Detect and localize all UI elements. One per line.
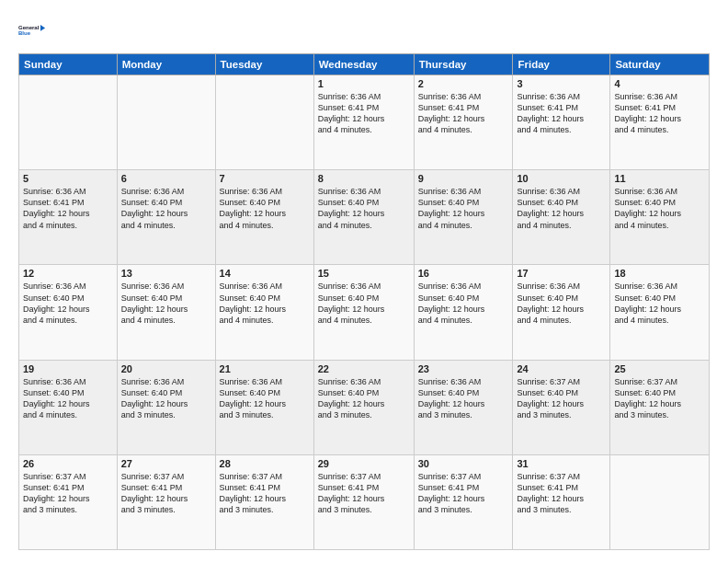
day-cell: 12Sunrise: 6:36 AM Sunset: 6:40 PM Dayli… xyxy=(19,265,118,360)
day-info: Sunrise: 6:37 AM Sunset: 6:40 PM Dayligh… xyxy=(517,376,606,421)
day-info: Sunrise: 6:37 AM Sunset: 6:41 PM Dayligh… xyxy=(318,471,410,516)
day-cell: 27Sunrise: 6:37 AM Sunset: 6:41 PM Dayli… xyxy=(117,454,215,549)
day-info: Sunrise: 6:37 AM Sunset: 6:40 PM Dayligh… xyxy=(614,376,705,421)
day-cell: 1Sunrise: 6:36 AM Sunset: 6:41 PM Daylig… xyxy=(313,75,414,170)
weekday-friday: Friday xyxy=(513,54,610,75)
week-row-4: 19Sunrise: 6:36 AM Sunset: 6:40 PM Dayli… xyxy=(19,360,710,454)
day-info: Sunrise: 6:36 AM Sunset: 6:40 PM Dayligh… xyxy=(121,376,211,421)
day-number: 29 xyxy=(318,458,410,469)
day-info: Sunrise: 6:36 AM Sunset: 6:40 PM Dayligh… xyxy=(220,186,310,231)
day-number: 14 xyxy=(220,268,310,279)
day-number: 2 xyxy=(418,78,509,89)
day-info: Sunrise: 6:37 AM Sunset: 6:41 PM Dayligh… xyxy=(121,471,211,516)
day-number: 24 xyxy=(517,363,606,374)
day-info: Sunrise: 6:36 AM Sunset: 6:40 PM Dayligh… xyxy=(23,376,113,421)
day-cell: 13Sunrise: 6:36 AM Sunset: 6:40 PM Dayli… xyxy=(117,265,215,360)
day-number: 17 xyxy=(517,268,606,279)
day-number: 25 xyxy=(614,363,705,374)
logo-icon: GeneralBlue xyxy=(18,17,46,44)
day-cell: 3Sunrise: 6:36 AM Sunset: 6:41 PM Daylig… xyxy=(513,75,610,170)
day-info: Sunrise: 6:36 AM Sunset: 6:40 PM Dayligh… xyxy=(318,186,410,231)
day-cell: 29Sunrise: 6:37 AM Sunset: 6:41 PM Dayli… xyxy=(313,454,414,549)
day-info: Sunrise: 6:36 AM Sunset: 6:40 PM Dayligh… xyxy=(318,376,410,421)
svg-text:General: General xyxy=(18,25,40,30)
day-number: 20 xyxy=(121,363,211,374)
day-cell: 2Sunrise: 6:36 AM Sunset: 6:41 PM Daylig… xyxy=(414,75,513,170)
day-info: Sunrise: 6:37 AM Sunset: 6:41 PM Dayligh… xyxy=(517,471,606,516)
day-cell xyxy=(117,75,215,170)
day-info: Sunrise: 6:36 AM Sunset: 6:41 PM Dayligh… xyxy=(418,91,509,136)
day-info: Sunrise: 6:37 AM Sunset: 6:41 PM Dayligh… xyxy=(23,471,113,516)
day-number: 31 xyxy=(517,458,606,469)
week-row-2: 5Sunrise: 6:36 AM Sunset: 6:41 PM Daylig… xyxy=(19,170,710,265)
day-number: 6 xyxy=(121,173,211,184)
day-number: 19 xyxy=(23,363,113,374)
day-cell: 25Sunrise: 6:37 AM Sunset: 6:40 PM Dayli… xyxy=(610,360,710,454)
day-info: Sunrise: 6:36 AM Sunset: 6:41 PM Dayligh… xyxy=(517,91,606,136)
week-row-1: 1Sunrise: 6:36 AM Sunset: 6:41 PM Daylig… xyxy=(19,75,710,170)
weekday-sunday: Sunday xyxy=(19,54,118,75)
weekday-wednesday: Wednesday xyxy=(313,54,414,75)
day-number: 15 xyxy=(318,268,410,279)
day-number: 26 xyxy=(23,458,113,469)
weekday-header-row: SundayMondayTuesdayWednesdayThursdayFrid… xyxy=(19,54,710,75)
day-cell: 7Sunrise: 6:36 AM Sunset: 6:40 PM Daylig… xyxy=(215,170,313,265)
day-cell: 21Sunrise: 6:36 AM Sunset: 6:40 PM Dayli… xyxy=(215,360,313,454)
day-number: 27 xyxy=(121,458,211,469)
day-cell xyxy=(215,75,313,170)
week-row-3: 12Sunrise: 6:36 AM Sunset: 6:40 PM Dayli… xyxy=(19,265,710,360)
day-cell: 5Sunrise: 6:36 AM Sunset: 6:41 PM Daylig… xyxy=(19,170,118,265)
day-cell: 4Sunrise: 6:36 AM Sunset: 6:41 PM Daylig… xyxy=(610,75,710,170)
weekday-monday: Monday xyxy=(117,54,215,75)
day-cell: 6Sunrise: 6:36 AM Sunset: 6:40 PM Daylig… xyxy=(117,170,215,265)
day-number: 13 xyxy=(121,268,211,279)
weekday-saturday: Saturday xyxy=(610,54,710,75)
day-cell xyxy=(610,454,710,549)
day-info: Sunrise: 6:36 AM Sunset: 6:41 PM Dayligh… xyxy=(23,186,113,231)
day-number: 16 xyxy=(418,268,509,279)
day-number: 12 xyxy=(23,268,113,279)
day-cell: 14Sunrise: 6:36 AM Sunset: 6:40 PM Dayli… xyxy=(215,265,313,360)
day-number: 21 xyxy=(220,363,310,374)
week-row-5: 26Sunrise: 6:37 AM Sunset: 6:41 PM Dayli… xyxy=(19,454,710,549)
day-info: Sunrise: 6:36 AM Sunset: 6:40 PM Dayligh… xyxy=(517,186,606,231)
day-number: 22 xyxy=(318,363,410,374)
day-info: Sunrise: 6:36 AM Sunset: 6:40 PM Dayligh… xyxy=(418,281,509,326)
day-number: 9 xyxy=(418,173,509,184)
day-cell: 8Sunrise: 6:36 AM Sunset: 6:40 PM Daylig… xyxy=(313,170,414,265)
day-info: Sunrise: 6:36 AM Sunset: 6:41 PM Dayligh… xyxy=(614,91,705,136)
day-number: 10 xyxy=(517,173,606,184)
day-number: 28 xyxy=(220,458,310,469)
day-info: Sunrise: 6:36 AM Sunset: 6:40 PM Dayligh… xyxy=(318,281,410,326)
day-info: Sunrise: 6:36 AM Sunset: 6:40 PM Dayligh… xyxy=(614,186,705,231)
day-number: 23 xyxy=(418,363,509,374)
day-number: 30 xyxy=(418,458,509,469)
day-info: Sunrise: 6:36 AM Sunset: 6:40 PM Dayligh… xyxy=(121,186,211,231)
day-info: Sunrise: 6:36 AM Sunset: 6:40 PM Dayligh… xyxy=(614,281,705,326)
day-info: Sunrise: 6:36 AM Sunset: 6:40 PM Dayligh… xyxy=(121,281,211,326)
day-info: Sunrise: 6:36 AM Sunset: 6:40 PM Dayligh… xyxy=(220,281,310,326)
page: GeneralBlue SundayMondayTuesdayWednesday… xyxy=(0,0,728,563)
day-cell: 16Sunrise: 6:36 AM Sunset: 6:40 PM Dayli… xyxy=(414,265,513,360)
day-number: 4 xyxy=(614,78,705,89)
logo: GeneralBlue xyxy=(18,17,46,44)
day-info: Sunrise: 6:36 AM Sunset: 6:40 PM Dayligh… xyxy=(23,281,113,326)
day-info: Sunrise: 6:36 AM Sunset: 6:40 PM Dayligh… xyxy=(220,376,310,421)
day-info: Sunrise: 6:36 AM Sunset: 6:41 PM Dayligh… xyxy=(318,91,410,136)
day-cell: 10Sunrise: 6:36 AM Sunset: 6:40 PM Dayli… xyxy=(513,170,610,265)
day-cell: 23Sunrise: 6:36 AM Sunset: 6:40 PM Dayli… xyxy=(414,360,513,454)
day-number: 1 xyxy=(318,78,410,89)
day-cell: 22Sunrise: 6:36 AM Sunset: 6:40 PM Dayli… xyxy=(313,360,414,454)
day-cell: 20Sunrise: 6:36 AM Sunset: 6:40 PM Dayli… xyxy=(117,360,215,454)
day-cell: 31Sunrise: 6:37 AM Sunset: 6:41 PM Dayli… xyxy=(513,454,610,549)
day-info: Sunrise: 6:37 AM Sunset: 6:41 PM Dayligh… xyxy=(220,471,310,516)
day-info: Sunrise: 6:36 AM Sunset: 6:40 PM Dayligh… xyxy=(517,281,606,326)
day-number: 5 xyxy=(23,173,113,184)
day-number: 18 xyxy=(614,268,705,279)
day-info: Sunrise: 6:36 AM Sunset: 6:40 PM Dayligh… xyxy=(418,376,509,421)
day-info: Sunrise: 6:36 AM Sunset: 6:40 PM Dayligh… xyxy=(418,186,509,231)
calendar-table: SundayMondayTuesdayWednesdayThursdayFrid… xyxy=(18,53,710,550)
day-cell: 26Sunrise: 6:37 AM Sunset: 6:41 PM Dayli… xyxy=(19,454,118,549)
day-cell: 30Sunrise: 6:37 AM Sunset: 6:41 PM Dayli… xyxy=(414,454,513,549)
weekday-thursday: Thursday xyxy=(414,54,513,75)
